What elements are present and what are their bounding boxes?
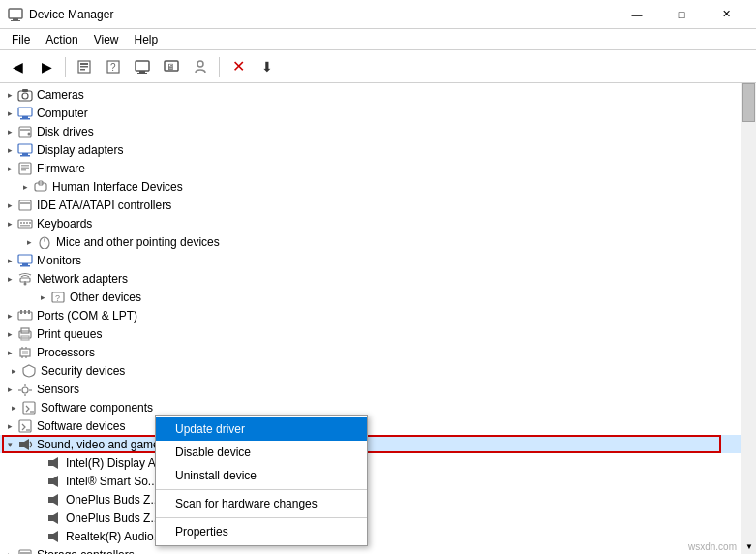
- toggle-computer[interactable]: [2, 106, 17, 121]
- tree-label-ide: IDE ATA/ATAPI controllers: [37, 199, 171, 212]
- tree-item-keyboards[interactable]: Keyboards: [0, 214, 741, 232]
- toolbar-scan[interactable]: ⬇: [254, 54, 281, 79]
- tree-item-storage[interactable]: Storage controllers: [0, 545, 741, 554]
- tree-item-diskdrives[interactable]: Disk drives: [0, 122, 741, 140]
- window-title: Device Manager: [29, 8, 615, 21]
- toolbar-btn4[interactable]: 🖥: [158, 54, 185, 79]
- toolbar-btn5[interactable]: [187, 54, 214, 79]
- toolbar-properties[interactable]: [71, 54, 98, 79]
- tree-item-cameras[interactable]: Cameras: [0, 85, 741, 104]
- tree-item-processors[interactable]: Processors: [0, 343, 741, 361]
- icon-display: [17, 142, 33, 158]
- context-menu-scan[interactable]: Scan for hardware changes: [156, 492, 367, 515]
- context-menu-uninstall[interactable]: Uninstall device: [156, 464, 367, 487]
- tree-item-printqueues[interactable]: Print queues: [0, 324, 741, 343]
- tree-item-realtek[interactable]: Realtek(R) Audio...: [0, 527, 741, 545]
- toolbar-uninstall[interactable]: ✕: [225, 54, 252, 79]
- svg-rect-37: [23, 222, 25, 224]
- close-button[interactable]: ✕: [704, 0, 748, 29]
- toggle-security[interactable]: [6, 363, 21, 379]
- svg-rect-52: [24, 310, 26, 314]
- toggle-sensors[interactable]: [2, 382, 17, 397]
- toggle-network[interactable]: [2, 271, 17, 287]
- context-menu-disable[interactable]: Disable device: [156, 441, 367, 464]
- icon-ports: [17, 308, 33, 323]
- toggle-printqueues[interactable]: [2, 326, 17, 342]
- tree-item-ide[interactable]: IDE ATA/ATAPI controllers: [0, 196, 741, 214]
- icon-hid: [33, 179, 48, 195]
- menu-file[interactable]: File: [4, 31, 38, 48]
- tree-item-mice[interactable]: Mice and other pointing devices: [0, 232, 741, 251]
- toolbar-back[interactable]: ◀: [4, 54, 31, 79]
- tree-label-security: Security devices: [41, 364, 125, 378]
- tree-item-other[interactable]: ? Other devices: [0, 288, 741, 306]
- context-menu-update[interactable]: Update driver: [156, 417, 367, 441]
- menu-bar: File Action View Help: [0, 29, 756, 50]
- tree-item-monitors[interactable]: Monitors: [0, 251, 741, 269]
- svg-rect-24: [18, 144, 32, 153]
- device-tree[interactable]: Cameras Computer Disk drives Display ada…: [0, 83, 741, 554]
- tree-item-display[interactable]: Display adapters: [0, 140, 741, 159]
- svg-rect-29: [21, 167, 29, 169]
- toggle-mice[interactable]: [21, 234, 37, 250]
- tree-item-ports[interactable]: Ports (COM & LPT): [0, 306, 741, 324]
- toggle-diskdrives[interactable]: [2, 124, 17, 139]
- svg-rect-36: [20, 222, 22, 224]
- tree-item-intel-smart[interactable]: Intel® Smart So...: [0, 472, 741, 490]
- icon-sensors: [17, 382, 33, 397]
- toggle-firmware[interactable]: [2, 161, 17, 176]
- maximize-button[interactable]: □: [659, 0, 704, 29]
- tree-label-intel-display: Intel(R) Display A...: [66, 456, 166, 470]
- tree-item-hid[interactable]: Human Interface Devices: [0, 177, 741, 196]
- toggle-softwaredev[interactable]: [2, 418, 17, 434]
- svg-rect-21: [19, 127, 31, 137]
- toggle-ide[interactable]: [2, 198, 17, 213]
- tree-item-oneplus1[interactable]: OnePlus Buds Z...: [0, 490, 741, 508]
- toggle-sound[interactable]: [2, 437, 17, 452]
- toolbar-btn3[interactable]: [129, 54, 156, 79]
- tree-item-softwarecomp[interactable]: Software components: [0, 398, 741, 416]
- toolbar-update[interactable]: ?: [100, 54, 127, 79]
- svg-rect-31: [35, 183, 46, 191]
- toggle-cameras[interactable]: [2, 87, 17, 103]
- svg-rect-39: [29, 222, 31, 224]
- context-menu-properties[interactable]: Properties: [156, 520, 367, 543]
- svg-rect-10: [139, 71, 145, 73]
- svg-point-63: [22, 387, 28, 393]
- icon-intel-display: [46, 455, 62, 471]
- toggle-storage[interactable]: [2, 547, 17, 555]
- scrollbar-thumb[interactable]: [742, 83, 755, 122]
- tree-item-firmware[interactable]: Firmware: [0, 159, 741, 177]
- menu-help[interactable]: Help: [127, 31, 166, 48]
- toggle-display[interactable]: [2, 142, 17, 158]
- icon-diskdrives: [17, 124, 33, 139]
- menu-action[interactable]: Action: [38, 31, 85, 48]
- minimize-button[interactable]: —: [615, 0, 659, 29]
- svg-rect-69: [48, 460, 53, 466]
- tree-item-oneplus2[interactable]: OnePlus Buds Z...: [0, 508, 741, 527]
- tree-item-network[interactable]: Network adapters: [0, 269, 741, 288]
- tree-item-security[interactable]: Security devices: [0, 361, 741, 380]
- toggle-monitors[interactable]: [2, 253, 17, 268]
- watermark: wsxdn.com: [688, 541, 737, 552]
- toggle-ports[interactable]: [2, 308, 17, 323]
- svg-rect-30: [21, 169, 26, 171]
- tree-item-intel-display[interactable]: Intel(R) Display A...: [0, 453, 741, 472]
- tree-item-sensors[interactable]: Sensors: [0, 380, 741, 398]
- toolbar-forward[interactable]: ▶: [33, 54, 60, 79]
- toggle-hid[interactable]: [17, 179, 33, 195]
- vertical-scrollbar[interactable]: ▲ ▼: [741, 83, 756, 554]
- toggle-softwarecomp[interactable]: [6, 400, 21, 416]
- tree-item-computer[interactable]: Computer: [0, 104, 741, 122]
- svg-point-23: [28, 132, 31, 135]
- tree-label-computer: Computer: [37, 107, 88, 120]
- tree-label-softwarecomp: Software components: [41, 401, 153, 415]
- toggle-processors[interactable]: [2, 345, 17, 360]
- menu-view[interactable]: View: [86, 31, 127, 48]
- tree-item-sound[interactable]: Sound, video and game controllers: [0, 435, 741, 453]
- toggle-keyboards[interactable]: [2, 216, 17, 231]
- toggle-other[interactable]: [35, 290, 50, 305]
- scrollbar-arrow-down[interactable]: ▼: [741, 539, 756, 554]
- svg-rect-44: [22, 263, 28, 265]
- tree-item-softwaredev[interactable]: Software devices: [0, 416, 741, 435]
